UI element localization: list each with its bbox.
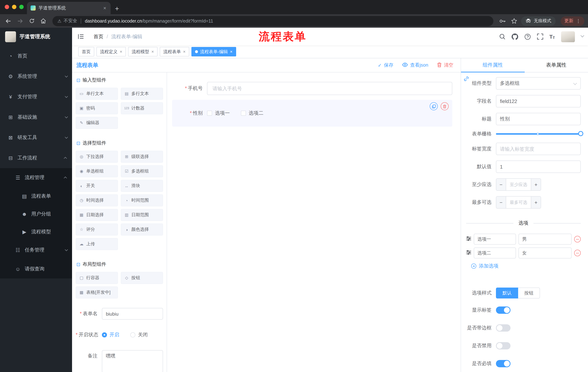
component-password[interactable]: ▣密码: [76, 102, 118, 114]
component-single-line-text[interactable]: ▭单行文本: [76, 88, 118, 100]
component-time-picker[interactable]: ◷时间选择: [76, 194, 118, 206]
minimize-window-button[interactable]: [12, 5, 16, 9]
sidebar-item-workflow[interactable]: ⊟ 工作流程: [0, 148, 72, 168]
style-default-button[interactable]: 默认: [496, 287, 518, 298]
sidebar-item-payment[interactable]: ¥ 支付管理: [0, 87, 72, 107]
forward-icon[interactable]: [15, 16, 25, 26]
option1-value-input[interactable]: [518, 234, 572, 244]
component-radio-group[interactable]: ◉单选框组: [76, 165, 118, 177]
component-editor[interactable]: ✎编辑器: [76, 117, 118, 129]
sidebar-item-process-form[interactable]: ▤ 流程表单: [0, 187, 72, 205]
component-checkbox-group[interactable]: ☑多选框组: [121, 165, 163, 177]
sidebar-item-system[interactable]: ⚙ 系统管理: [0, 66, 72, 87]
increase-button[interactable]: +: [531, 179, 541, 190]
option1-label-input[interactable]: [474, 234, 516, 244]
help-icon[interactable]: [524, 33, 531, 40]
link-icon[interactable]: [463, 76, 469, 83]
clear-button[interactable]: 清空: [437, 62, 453, 68]
tag-close-icon[interactable]: ×: [230, 50, 232, 54]
sidebar-item-leave-query[interactable]: ☺ 请假查询: [0, 260, 72, 278]
status-off-radio[interactable]: 关闭: [130, 332, 148, 338]
gender-field-row-selected[interactable]: *性别 选项一 选项二: [172, 100, 452, 127]
tag-process-form-edit[interactable]: 流程表单-编辑 ×: [191, 47, 236, 56]
component-select[interactable]: ◎下拉选择: [76, 151, 118, 163]
tag-home[interactable]: 首页: [78, 47, 94, 56]
option2-label-input[interactable]: [474, 247, 516, 258]
sidebar-item-infrastructure[interactable]: ⊞ 基础设施: [0, 107, 72, 128]
tab-component-props[interactable]: 组件属性: [461, 58, 525, 72]
show-label-switch[interactable]: [496, 307, 511, 314]
address-bar[interactable]: ⚠ 不安全 dashboard.yudao.iocoder.cn /bpm/ma…: [52, 16, 494, 26]
required-switch[interactable]: [496, 360, 511, 367]
save-button[interactable]: ✓ 保存: [378, 62, 393, 68]
search-icon[interactable]: [499, 33, 505, 40]
github-icon[interactable]: [511, 33, 518, 40]
password-key-icon[interactable]: [498, 16, 507, 26]
new-tab-button[interactable]: +: [115, 5, 119, 12]
sidebar-item-home[interactable]: ◔ 首页: [0, 46, 72, 66]
drag-handle-icon[interactable]: [466, 250, 471, 256]
view-json-button[interactable]: 查看json: [402, 62, 428, 68]
status-on-radio[interactable]: 开启: [102, 332, 119, 338]
copy-field-button[interactable]: [430, 102, 438, 110]
font-size-icon[interactable]: TT: [549, 33, 555, 40]
component-type-select[interactable]: 多选框组: [496, 77, 581, 90]
bookmark-star-icon[interactable]: [509, 16, 519, 26]
tab-form-props[interactable]: 表单属性: [525, 58, 588, 72]
tag-close-icon[interactable]: ×: [151, 50, 154, 54]
tag-process-form[interactable]: 流程表单 ×: [160, 47, 189, 56]
decrease-button[interactable]: −: [496, 197, 506, 208]
home-icon[interactable]: [39, 16, 48, 26]
min-select-input[interactable]: [506, 179, 531, 190]
back-icon[interactable]: [4, 16, 13, 26]
delete-field-button[interactable]: [441, 102, 449, 110]
gender-option2-checkbox[interactable]: 选项二: [241, 110, 263, 117]
tag-close-icon[interactable]: ×: [120, 50, 122, 54]
sidebar-item-process-management[interactable]: ☰ 流程管理: [0, 168, 72, 187]
component-switch[interactable]: ◐开关: [76, 180, 118, 192]
disabled-switch[interactable]: [496, 342, 511, 350]
tag-close-icon[interactable]: ×: [183, 50, 186, 54]
form-remark-textarea[interactable]: 嘿嘿: [102, 350, 163, 372]
sidebar-item-user-group[interactable]: ☻ 用户分组: [0, 205, 72, 223]
menu-kebab-icon[interactable]: ⋮: [576, 18, 581, 24]
tag-process-definition[interactable]: 流程定义 ×: [96, 47, 126, 56]
grid-slider[interactable]: [496, 131, 581, 137]
increase-button[interactable]: +: [531, 197, 541, 208]
drag-handle-icon[interactable]: [466, 236, 471, 242]
remove-option-icon[interactable]: [574, 236, 581, 242]
component-row-container[interactable]: ▢行容器: [76, 272, 118, 284]
label-width-input[interactable]: [496, 143, 581, 155]
component-slider[interactable]: ↔滑块: [121, 180, 163, 192]
component-table[interactable]: ▩表格[开发中]: [76, 287, 118, 298]
avatar-caret-icon[interactable]: [580, 34, 584, 37]
component-counter[interactable]: 123计数器: [121, 102, 163, 114]
form-name-input[interactable]: [102, 308, 163, 319]
sidebar-logo[interactable]: 芋道管理系统: [0, 28, 72, 46]
sidebar-item-task-management[interactable]: ☷ 任务管理: [0, 241, 72, 260]
field-name-input[interactable]: [496, 95, 581, 107]
component-cascader[interactable]: ⊞级联选择: [121, 151, 163, 163]
bordered-switch[interactable]: [496, 324, 511, 332]
decrease-button[interactable]: −: [496, 179, 506, 190]
component-button[interactable]: ◇按钮: [121, 272, 163, 284]
phone-field-row[interactable]: *手机号: [172, 82, 452, 95]
component-time-range[interactable]: ◔时间范围: [121, 194, 163, 206]
tag-process-model[interactable]: 流程模型 ×: [128, 47, 158, 56]
tab-close-icon[interactable]: ×: [103, 5, 107, 11]
sidebar-item-process-model[interactable]: ▶ 流程模型: [0, 223, 72, 241]
component-date-picker[interactable]: ▦日期选择: [76, 209, 118, 221]
reload-icon[interactable]: [27, 16, 36, 26]
maximize-window-button[interactable]: [19, 5, 24, 9]
component-rate[interactable]: ☆评分: [76, 223, 118, 235]
component-upload[interactable]: ☁上传: [76, 238, 118, 250]
fullscreen-icon[interactable]: [537, 33, 543, 40]
style-button-button[interactable]: 按钮: [518, 287, 540, 298]
default-value-input[interactable]: [496, 160, 581, 173]
option2-value-input[interactable]: [518, 247, 572, 258]
phone-input[interactable]: [207, 82, 452, 95]
gender-option1-checkbox[interactable]: 选项一: [207, 110, 230, 117]
close-window-button[interactable]: [5, 5, 9, 9]
component-color-picker[interactable]: ◑颜色选择: [121, 223, 163, 235]
browser-update-button[interactable]: 更新 ⋮: [561, 16, 584, 26]
